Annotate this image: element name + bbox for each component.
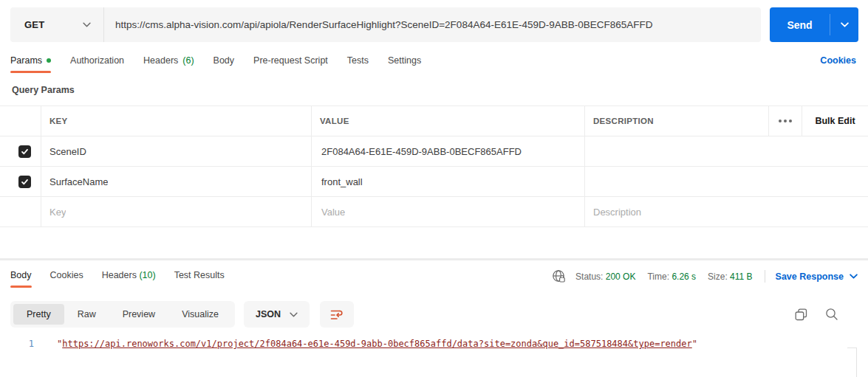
response-tab-test-results[interactable]: Test Results <box>174 268 225 290</box>
wrap-lines-button[interactable] <box>320 301 354 328</box>
tab-headers-label: Headers <box>143 55 178 66</box>
time-pair: Time: 6.26 s <box>647 271 696 282</box>
column-key-label: KEY <box>41 117 68 125</box>
response-url-link[interactable]: https://api.renoworks.com/v1/project/2f0… <box>62 339 692 349</box>
view-raw-button[interactable]: Raw <box>64 304 109 325</box>
cookies-link[interactable]: Cookies <box>820 53 856 66</box>
query-params-header-row: KEY VALUE DESCRIPTION Bulk Edit <box>0 106 868 136</box>
status-label: Status: <box>575 271 603 282</box>
column-description-label: DESCRIPTION <box>585 117 654 125</box>
view-pretty-button[interactable]: Pretty <box>13 304 64 325</box>
description-placeholder: Description <box>585 207 641 218</box>
row-description-cell[interactable] <box>584 167 868 196</box>
size-value: 411 B <box>730 271 752 282</box>
row-checkbox-cell <box>0 136 41 166</box>
response-tab-headers-label: Headers <box>102 270 137 280</box>
tab-headers-count: (6) <box>182 55 194 66</box>
row-key-cell[interactable]: SurfaceName <box>41 167 311 196</box>
search-response-icon[interactable] <box>825 308 838 321</box>
params-active-dot <box>47 58 51 63</box>
query-params-table: KEY VALUE DESCRIPTION Bulk Edit SceneID <box>0 106 868 227</box>
header-value-cell: VALUE <box>311 106 584 136</box>
response-scrollbar[interactable] <box>856 347 857 377</box>
url-box: GET https://cms.alpha-vision.com/api/api… <box>10 7 761 42</box>
url-input[interactable]: https://cms.alpha-vision.com/api/apiola/… <box>104 19 761 30</box>
header-description-cell: DESCRIPTION <box>584 106 768 136</box>
format-dropdown[interactable]: JSON <box>244 301 310 328</box>
bulk-edit-button[interactable]: Bulk Edit <box>802 106 868 136</box>
tab-authorization[interactable]: Authorization <box>70 53 124 76</box>
time-label: Time: <box>647 271 669 282</box>
response-header: Body Cookies Headers (10) Test Results <box>0 268 868 292</box>
header-select-all-cell <box>0 106 41 136</box>
view-preview-button[interactable]: Preview <box>109 304 168 325</box>
tab-tests-label: Tests <box>347 55 369 66</box>
checkbox-checked-icon[interactable] <box>18 176 31 188</box>
key-placeholder: Key <box>41 207 66 218</box>
send-button[interactable]: Send <box>770 7 858 42</box>
response-toolbar-right <box>795 308 858 321</box>
view-mode-segmented-control: Pretty Raw Preview Visualize <box>10 301 235 328</box>
tab-prerequest-script[interactable]: Pre-request Script <box>253 53 328 76</box>
size-label: Size: <box>708 271 728 282</box>
row-key-cell[interactable]: Key <box>41 197 311 226</box>
header-more-options-cell <box>768 106 802 136</box>
value-placeholder: Value <box>312 207 345 218</box>
column-value-label: VALUE <box>312 117 349 125</box>
view-visualize-button[interactable]: Visualize <box>168 304 232 325</box>
method-select[interactable]: GET <box>10 7 104 42</box>
row-checkbox-cell <box>0 197 41 226</box>
response-tab-headers[interactable]: Headers (10) <box>102 268 156 290</box>
response-tab-cookies-label: Cookies <box>50 270 83 280</box>
tab-tests[interactable]: Tests <box>347 53 369 76</box>
param-key: SceneID <box>41 146 86 157</box>
more-options-icon[interactable] <box>776 117 795 125</box>
tab-authorization-label: Authorization <box>70 55 124 66</box>
row-value-cell[interactable]: front_wall <box>311 167 584 196</box>
checkbox-checked-icon[interactable] <box>18 145 31 158</box>
copy-response-icon[interactable] <box>795 308 807 321</box>
param-key: SurfaceName <box>41 176 108 187</box>
meta-divider <box>765 270 765 283</box>
response-tab-body[interactable]: Body <box>10 268 32 290</box>
request-response-divider[interactable] <box>0 258 868 260</box>
network-globe-lock-icon[interactable] <box>552 269 566 283</box>
query-params-title: Query Params <box>12 85 868 95</box>
save-response-button[interactable]: Save Response <box>776 271 858 282</box>
row-checkbox-cell <box>0 167 41 196</box>
table-row-sceneid: SceneID 2F084A64-E61E-459D-9ABB-0BECF865… <box>0 136 868 167</box>
string-close-quote: " <box>692 339 697 349</box>
wrap-lines-icon <box>330 309 344 320</box>
send-button-label: Send <box>770 7 830 42</box>
row-value-cell[interactable]: Value <box>311 197 584 226</box>
table-row-surfacename: SurfaceName front_wall <box>0 167 868 197</box>
response-body: 1 "https://api.renoworks.com/v1/project/… <box>0 334 868 349</box>
param-value: 2F084A64-E61E-459D-9ABB-0BECF865AFFD <box>312 146 522 157</box>
tab-params[interactable]: Params <box>10 53 51 76</box>
header-key-cell: KEY <box>41 106 311 136</box>
size-pair: Size: 411 B <box>708 271 753 282</box>
request-bar: GET https://cms.alpha-vision.com/api/api… <box>10 7 858 42</box>
tab-body[interactable]: Body <box>213 53 235 76</box>
row-value-cell[interactable]: 2F084A64-E61E-459D-9ABB-0BECF865AFFD <box>311 136 584 166</box>
chevron-down-icon <box>83 22 91 27</box>
param-value: front_wall <box>312 176 363 187</box>
tab-params-label: Params <box>10 55 42 66</box>
response-tab-cookies[interactable]: Cookies <box>50 268 83 290</box>
row-key-cell[interactable]: SceneID <box>41 136 311 166</box>
format-dropdown-label: JSON <box>256 309 281 319</box>
table-row-empty: Key Value Description <box>0 197 868 227</box>
method-label: GET <box>24 19 44 30</box>
row-description-cell[interactable] <box>584 136 868 166</box>
tab-prerequest-script-label: Pre-request Script <box>253 55 328 66</box>
send-options-chevron-icon[interactable] <box>830 7 858 42</box>
response-json-line: "https://api.renoworks.com/v1/project/2f… <box>34 334 697 349</box>
status-value: 200 OK <box>606 271 636 282</box>
save-response-label: Save Response <box>776 271 844 282</box>
tab-settings[interactable]: Settings <box>388 53 421 76</box>
response-tab-test-results-label: Test Results <box>174 270 225 280</box>
tab-body-label: Body <box>213 55 235 66</box>
tab-headers[interactable]: Headers (6) <box>143 53 194 76</box>
postman-request-view: GET https://cms.alpha-vision.com/api/api… <box>0 7 868 377</box>
row-description-cell[interactable]: Description <box>584 197 868 226</box>
